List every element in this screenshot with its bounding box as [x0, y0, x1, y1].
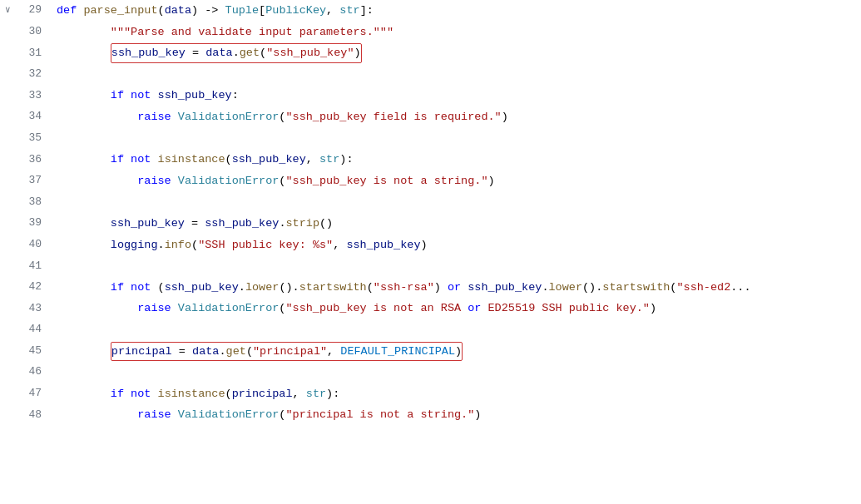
token [57, 385, 111, 403]
collapse-arrow-29[interactable]: ∨ [5, 3, 11, 18]
token [57, 108, 137, 126]
highlight-box-inner-31: ssh_pub_key = data.get("ssh_pub_key") [111, 43, 362, 63]
line-number-37: 37 [0, 170, 50, 192]
token: if not [111, 86, 158, 105]
token: """Parse and validate input parameters."… [111, 23, 393, 42]
token: . [239, 279, 245, 297]
token: : [232, 86, 239, 105]
token: ssh_pub_key [205, 215, 279, 233]
code-line-46 [53, 362, 861, 383]
token: ( [225, 151, 232, 169]
token: lower [549, 279, 583, 297]
token [57, 215, 111, 233]
token: ) [421, 236, 428, 254]
token: ]: [360, 2, 374, 20]
line-number-43: 43 [0, 298, 50, 319]
code-line-37: raise ValidationError("ssh_pub_key is no… [53, 170, 861, 192]
token: ) [434, 279, 448, 297]
token: ValidationError [178, 172, 280, 190]
token: ( [225, 385, 232, 403]
indent [57, 44, 111, 62]
token: ValidationError [178, 406, 280, 424]
token: ( [279, 406, 285, 424]
token: (). [279, 279, 299, 297]
token: str [319, 151, 339, 169]
token: (). [582, 279, 602, 297]
token: def [57, 2, 83, 20]
token: ( [670, 279, 676, 297]
token: ( [191, 236, 198, 254]
code-line-34: raise ValidationError("ssh_pub_key field… [53, 106, 861, 128]
line-number-45: 45 [0, 341, 50, 363]
token: if not [111, 385, 158, 403]
token: raise [137, 108, 178, 126]
token: lower [245, 279, 280, 297]
token: ValidationError [178, 108, 280, 126]
line-number-48: 48 [0, 404, 50, 426]
token: , [293, 385, 306, 403]
line-number-34: 34 [0, 106, 50, 128]
code-line-39: ssh_pub_key = ssh_pub_key.strip() [53, 213, 861, 235]
token: str [339, 2, 359, 20]
token: "ssh_pub_key is not a string." [285, 172, 487, 190]
code-line-31: ssh_pub_key = data.get("ssh_pub_key") [53, 42, 861, 64]
token: or [448, 279, 468, 297]
token: ValidationError [178, 299, 280, 318]
token: ... [730, 279, 750, 297]
code-line-48: raise ValidationError("principal is not … [53, 404, 861, 426]
token: , [326, 2, 339, 20]
line-number-32: 32 [0, 64, 50, 86]
token: data [205, 47, 232, 59]
token: if not [111, 279, 158, 297]
token: ED25519 SSH public key." [481, 299, 650, 318]
code-line-42: if not (ssh_pub_key.lower().startswith("… [53, 277, 861, 299]
token: "ssh-ed2 [676, 279, 730, 297]
code-area[interactable]: def parse_input(data) -> Tuple[PublicKey… [50, 0, 861, 504]
token: ( [279, 172, 285, 190]
token: startswith [299, 279, 367, 297]
token: raise [137, 406, 178, 424]
token: ( [158, 2, 165, 20]
token [57, 23, 111, 42]
token [57, 236, 111, 254]
token: "SSH public key: %s" [198, 236, 333, 254]
token: raise [137, 172, 178, 190]
code-line-38 [53, 191, 861, 213]
code-line-44 [53, 319, 861, 341]
line-number-39: 39 [0, 213, 50, 235]
code-line-35 [53, 128, 861, 150]
line-number-35: 35 [0, 128, 50, 150]
token: = [172, 345, 192, 358]
indent [57, 343, 111, 361]
token: or [468, 299, 481, 318]
token: get [240, 47, 260, 59]
line-number-44: 44 [0, 319, 50, 341]
token: , [306, 151, 319, 169]
token: ssh_pub_key [232, 151, 306, 169]
highlight-box-inner-45: principal = data.get("principal", DEFAUL… [111, 342, 463, 362]
token: ) [455, 345, 462, 358]
token: "principal is not a string." [285, 406, 474, 424]
token: parse_input [83, 2, 157, 20]
token: principal [111, 345, 172, 358]
token: ) [488, 172, 495, 190]
line-number-47: 47 [0, 383, 50, 405]
line-number-29: ∨29 [0, 0, 50, 22]
token: str [306, 385, 326, 403]
code-line-30: """Parse and validate input parameters."… [53, 22, 861, 43]
token: ) [502, 108, 508, 126]
token: ( [246, 345, 253, 358]
code-line-41 [53, 255, 861, 277]
token: info [165, 236, 191, 254]
line-number-46: 46 [0, 362, 50, 383]
token: "ssh_pub_key field is required." [285, 108, 501, 126]
token: [ [259, 2, 265, 20]
token: PublicKey [265, 2, 326, 20]
token: principal [232, 385, 293, 403]
line-number-41: 41 [0, 255, 50, 277]
code-line-32 [53, 64, 861, 86]
line-number-31: 31 [0, 42, 50, 64]
token: ( [260, 47, 266, 59]
token: ( [279, 299, 285, 318]
token: raise [137, 299, 178, 318]
